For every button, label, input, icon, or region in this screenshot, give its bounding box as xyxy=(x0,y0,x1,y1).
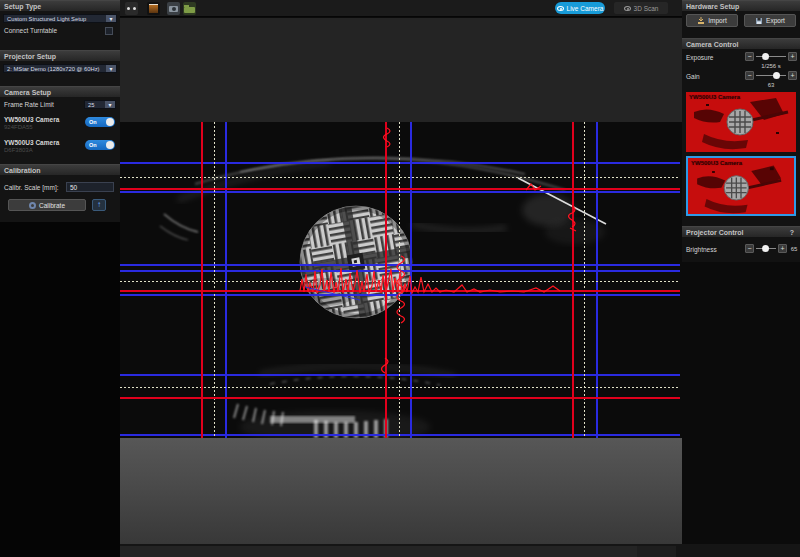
export-icon xyxy=(755,17,763,25)
import-label: Import xyxy=(708,17,726,24)
toggle-knob[interactable] xyxy=(106,118,114,126)
brightness-label: Brightness xyxy=(686,246,717,253)
scan-3d-label: 3D Scan xyxy=(634,5,659,12)
minus-icon[interactable]: − xyxy=(745,52,754,61)
slider-knob[interactable] xyxy=(762,245,769,252)
brightness-slider[interactable]: − + xyxy=(745,244,787,253)
frame-rate-label: Frame Rate Limit xyxy=(4,101,54,108)
chevron-down-icon[interactable]: ▾ xyxy=(106,15,116,22)
camera-control-header: Camera Control xyxy=(682,38,800,49)
minus-icon[interactable]: − xyxy=(745,71,754,80)
export-label: Export xyxy=(766,17,785,24)
calibrate-button[interactable]: Calibrate xyxy=(8,199,86,211)
viewport-area: Live Camera 3D Scan xyxy=(120,0,682,544)
live-camera-button[interactable]: Live Camera xyxy=(555,2,605,14)
setup-type-select[interactable]: Custom Structured Light Setup ▾ xyxy=(3,14,117,23)
setup-type-select-value: Custom Structured Light Setup xyxy=(4,16,106,22)
viewport-blank-region xyxy=(120,18,682,122)
plus-icon[interactable]: + xyxy=(788,52,797,61)
viewport-floor xyxy=(120,438,682,544)
viewport-toolbar: Live Camera 3D Scan xyxy=(120,0,682,17)
scan-3d-button[interactable]: 3D Scan xyxy=(614,2,668,14)
slider-knob[interactable] xyxy=(773,72,780,79)
calibr-scale-label: Calibr. Scale [mm]: xyxy=(4,184,59,191)
toggle-knob[interactable] xyxy=(106,141,114,149)
toggle-on-label: On xyxy=(85,142,106,148)
aperture-icon xyxy=(29,202,36,209)
folder-icon[interactable] xyxy=(183,2,196,15)
plus-icon[interactable]: + xyxy=(788,71,797,80)
calibrate-button-label: Calibrate xyxy=(39,202,65,209)
projector-setup-header: Projector Setup xyxy=(0,50,120,61)
hardware-sidebar: Hardware Setup Import Export Camera Cont… xyxy=(682,0,800,544)
help-icon[interactable]: ? xyxy=(790,227,794,237)
chevron-down-icon[interactable]: ▾ xyxy=(106,65,116,72)
camera-thumbnail-render xyxy=(686,92,796,152)
import-icon xyxy=(697,17,705,25)
projector-select[interactable]: 2: MStar Demo (1280x720 @ 60Hz) ▾ xyxy=(3,64,117,73)
chevron-down-icon[interactable]: ▾ xyxy=(105,101,115,108)
frame-rate-value: 25 xyxy=(85,102,105,108)
calibr-scale-input[interactable] xyxy=(66,182,114,192)
live-camera-label: Live Camera xyxy=(567,5,604,12)
gain-value: 63 xyxy=(745,82,797,88)
exposure-label: Exposure xyxy=(686,54,713,61)
import-button[interactable]: Import xyxy=(686,14,738,27)
eye-icon xyxy=(624,6,631,11)
camera-thumbnail-label: YW500U3 Camera xyxy=(691,160,742,166)
gain-label: Gain xyxy=(686,73,700,80)
frame-rate-select[interactable]: 25 ▾ xyxy=(84,100,116,109)
arrow-up-icon: ↑ xyxy=(97,200,101,209)
camera-thumbnail-label: YW500U3 Camera xyxy=(689,94,740,100)
stereo-view-icon[interactable] xyxy=(125,2,138,15)
camera-1-name: YW500U3 Camera xyxy=(4,116,59,123)
toggle-on-label: On xyxy=(85,119,106,125)
camera-1-serial: 924FDA55 xyxy=(4,124,33,130)
hardware-setup-header: Hardware Setup xyxy=(682,0,800,11)
gain-slider[interactable]: − + xyxy=(745,71,797,80)
setup-sidebar: Setup Type Custom Structured Light Setup… xyxy=(0,0,120,222)
projector-control-header: Projector Control ? xyxy=(682,226,800,237)
camera-view-render xyxy=(120,122,680,438)
calibration-header: Calibration xyxy=(0,164,120,175)
camera-view xyxy=(120,122,680,438)
connect-turntable-checkbox[interactable] xyxy=(105,27,113,35)
camera-setup-header: Camera Setup xyxy=(0,86,120,97)
status-strip xyxy=(120,544,800,557)
setup-type-header: Setup Type xyxy=(0,0,120,11)
calibrate-up-button[interactable]: ↑ xyxy=(92,199,106,211)
camera-2-name: YW500U3 Camera xyxy=(4,139,59,146)
eye-icon xyxy=(557,6,564,11)
camera-1-toggle[interactable]: On xyxy=(85,117,115,127)
camera-2-serial: D6F3803A xyxy=(4,147,33,153)
plus-icon[interactable]: + xyxy=(778,244,787,253)
image-icon[interactable] xyxy=(147,2,160,15)
camera-thumbnail-render xyxy=(688,158,794,214)
camera-2-toggle[interactable]: On xyxy=(85,140,115,150)
slider-knob[interactable] xyxy=(762,53,769,60)
exposure-slider[interactable]: − + xyxy=(745,52,797,61)
camera-thumbnail-2[interactable]: YW500U3 Camera xyxy=(686,156,796,216)
exposure-value: 1/256 s xyxy=(745,63,797,69)
brightness-value: 65 xyxy=(788,246,800,252)
projector-select-value: 2: MStar Demo (1280x720 @ 60Hz) xyxy=(4,66,106,72)
camera-thumbnail-1[interactable]: YW500U3 Camera xyxy=(686,92,796,152)
camera-capture-icon[interactable] xyxy=(167,2,180,15)
export-button[interactable]: Export xyxy=(744,14,796,27)
scanner-app: Setup Type Custom Structured Light Setup… xyxy=(0,0,800,557)
minus-icon[interactable]: − xyxy=(745,244,754,253)
connect-turntable-label: Connect Turntable xyxy=(4,27,57,34)
